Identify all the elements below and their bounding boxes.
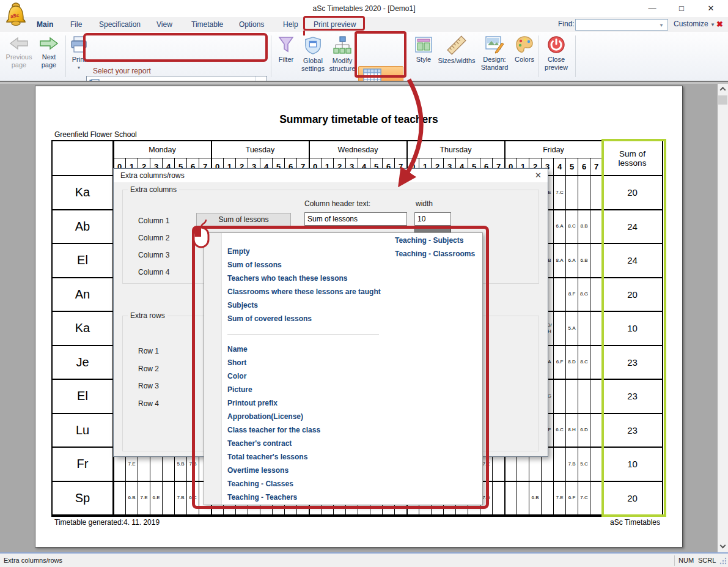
column-width-input[interactable] — [414, 212, 451, 226]
filter-icon — [277, 35, 295, 54]
toolbar-separator — [538, 35, 539, 77]
timetable-cell — [590, 448, 603, 482]
timetable-cell — [590, 210, 603, 245]
menu-timetable[interactable]: Timetable — [185, 17, 229, 32]
asc-bell-logo-icon[interactable]: aSc — [4, 1, 28, 27]
scroll-down-button[interactable] — [718, 542, 728, 552]
timetable-cell — [590, 414, 603, 448]
modify-structure-button[interactable]: Modify structure — [326, 34, 358, 73]
day-header-cell: Wednesday — [309, 141, 407, 158]
timetable-cell — [590, 380, 603, 414]
teacher-name-cell: El — [53, 244, 114, 278]
menu-view[interactable]: View — [150, 17, 178, 32]
timetable-cell — [566, 380, 578, 414]
previous-page-button[interactable]: Previous page — [4, 34, 34, 69]
menu-options[interactable]: Options — [233, 17, 270, 32]
scroll-up-button[interactable] — [718, 84, 728, 94]
timetable-cell — [554, 380, 566, 414]
customize-button[interactable]: Customize ▼ — [674, 20, 715, 28]
close-preview-button[interactable]: Close preview — [540, 34, 572, 72]
global-settings-icon — [304, 35, 322, 55]
menu-main[interactable]: Main — [31, 17, 59, 32]
menubar-close-icon[interactable]: ✖ — [716, 20, 723, 29]
colors-icon — [515, 35, 534, 54]
next-page-button[interactable]: Next page — [35, 34, 62, 69]
select-report-label: Select your report — [93, 67, 151, 75]
menu-specification[interactable]: Specification — [93, 17, 147, 32]
window-title: aSc Timetables 2020 - [Demo1] — [0, 4, 728, 13]
toolbar-separator — [65, 35, 66, 77]
teacher-name-cell: Je — [53, 346, 114, 380]
timetable-cell: 6.A — [566, 244, 578, 278]
timetable-cell: 8.G — [578, 278, 590, 313]
find-input[interactable] — [575, 19, 668, 31]
timetable-cell: 6.A — [554, 210, 566, 245]
column-2-label: Column 2 — [138, 234, 169, 242]
colors-button[interactable]: Colors — [512, 34, 537, 64]
timetable-cell: 5.C — [578, 448, 590, 482]
scrollbar-thumb[interactable] — [718, 95, 727, 105]
period-number-cell: 4 — [554, 158, 566, 176]
minimize-button[interactable]: — — [643, 2, 661, 15]
modify-structure-icon — [333, 35, 352, 55]
extra-columns-group-label: Extra columns — [128, 185, 179, 194]
timetable-cell: 7.E — [554, 482, 566, 516]
teacher-name-cell: An — [53, 278, 114, 313]
timetable-corner-cell — [53, 141, 114, 176]
timetable-cell — [578, 312, 590, 346]
timetable-cell: 6.B — [578, 244, 590, 278]
timetable-cell: 6.B — [529, 482, 542, 516]
filter-button[interactable]: Filter — [274, 34, 298, 64]
scroll-lock-indicator: SCRL — [698, 557, 716, 564]
menu-help[interactable]: Help — [277, 17, 304, 32]
dropdown-highlight-annotation — [192, 226, 489, 509]
timetable-cell: 6.F — [554, 346, 566, 380]
row-3-label: Row 3 — [138, 382, 159, 390]
column-header-text-input[interactable] — [304, 212, 407, 226]
timetable-cell: 8.C — [578, 346, 590, 380]
sizes-widths-icon — [446, 35, 467, 55]
close-button[interactable]: ✕ — [702, 2, 720, 15]
timetable-cell: 7.B — [566, 448, 578, 482]
vertical-scrollbar[interactable] — [718, 84, 728, 552]
design-button[interactable]: Design: Standard — [477, 34, 512, 72]
global-settings-button[interactable]: Global settings — [298, 34, 328, 73]
sizes-widths-button[interactable]: Sizes/widths — [436, 34, 477, 65]
maximize-button[interactable]: □ — [672, 2, 691, 15]
timetable-cell: 8.C — [566, 210, 578, 245]
dialog-title-bar[interactable]: Extra columns/rows ✕ — [114, 169, 548, 182]
timetable-cell: 7.E — [138, 482, 150, 516]
timetable-cell: 8.D — [566, 346, 578, 380]
timetable-cell: 6.E — [150, 482, 163, 516]
chevron-up-icon — [720, 87, 726, 93]
timetable-cell — [578, 176, 590, 210]
day-header-cell: Friday — [505, 141, 603, 158]
timetable-cell — [578, 380, 590, 414]
find-label: Find: — [558, 20, 575, 28]
style-icon — [414, 35, 433, 54]
style-button[interactable]: Style — [411, 34, 436, 64]
teacher-name-cell: El — [53, 380, 114, 414]
timetable-cell — [590, 176, 603, 210]
teacher-name-cell: Fr — [53, 448, 114, 482]
report-select-highlight-annotation — [83, 33, 268, 62]
timetable-cell — [590, 278, 603, 313]
timetable-cell — [114, 482, 126, 516]
timetable-cell: 5.A — [566, 312, 578, 346]
app-window: aSc Timetables 2020 - [Demo1] — □ ✕ aSc … — [0, 0, 728, 567]
timetable-cell — [554, 278, 566, 313]
column-header-text-label: Column header text: — [304, 199, 370, 208]
asc-watermark: aSc Timetables — [610, 518, 660, 527]
dialog-close-icon[interactable]: ✕ — [535, 171, 542, 180]
menu-file[interactable]: File — [64, 17, 88, 32]
timetable-cell — [517, 482, 529, 516]
row-4-label: Row 4 — [138, 399, 159, 408]
timetable-cell — [163, 482, 175, 516]
day-header-cell: Thursday — [407, 141, 505, 158]
extra-button-highlight-annotation — [355, 31, 406, 78]
timetable-cell: 7.C — [554, 176, 566, 210]
find-dropdown-arrow-icon[interactable]: ▼ — [659, 23, 664, 28]
resize-grip[interactable] — [719, 557, 727, 565]
num-lock-indicator: NUM — [678, 557, 694, 564]
print-preview-highlight-annotation — [303, 16, 365, 31]
